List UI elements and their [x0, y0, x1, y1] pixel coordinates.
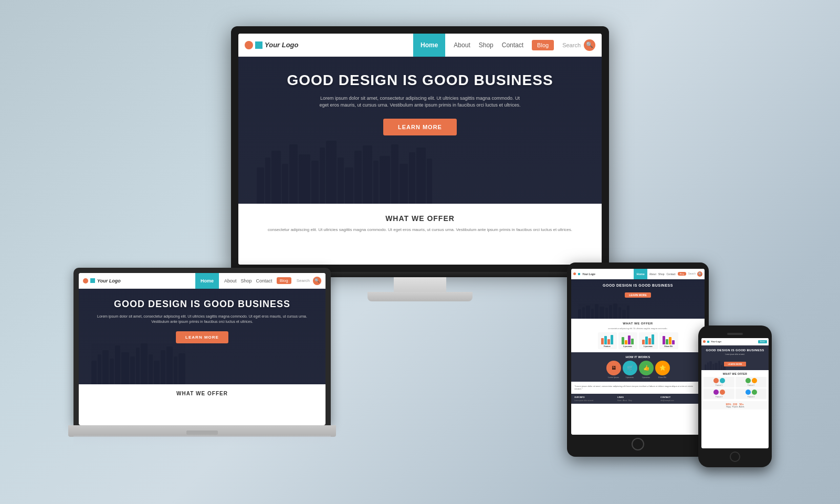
- phone-hero-content: GOOD DESIGN IS GOOD BUSINESS Lorem ipsum…: [704, 349, 766, 367]
- tablet-offer-title: WHAT WE OFFER: [574, 322, 701, 325]
- tablet-content: Your Logo Home About Shop Contact Blog S…: [571, 269, 705, 435]
- phone-home-button[interactable]: [730, 452, 740, 462]
- phone-wwo-grid: Feature 1 Feature 2: [704, 377, 766, 399]
- phone-body: Your Logo Home: [698, 326, 772, 467]
- tablet-logo-text: Your Logo: [582, 272, 595, 276]
- phone-device: Your Logo Home: [698, 326, 772, 467]
- hiw-icon-thumb: 👍: [639, 361, 654, 375]
- footer-col-3-text: info@example.com: [660, 400, 701, 402]
- desktop-stand-base: [368, 292, 472, 301]
- phone-stat-3: 50+ Awards: [739, 403, 744, 408]
- nav-home-link[interactable]: Home: [413, 34, 445, 57]
- nav-shop-link[interactable]: Shop: [479, 41, 494, 49]
- laptop-screen: Your Logo Home About Shop Contact Blog S…: [79, 273, 326, 425]
- phone-circle-orange: [713, 378, 719, 383]
- phone-hero-btn[interactable]: LEARN MORE: [724, 362, 747, 366]
- card-chart-4: [661, 334, 677, 344]
- search-icon[interactable]: 🔍: [584, 39, 595, 51]
- hiw-label-4: Etiam Elit: [655, 376, 670, 379]
- laptop-hero-subtitle: Lorem ipsum dolor sit amet, consectetur …: [97, 314, 307, 325]
- laptop-nav: Your Logo Home About Shop Contact Blog S…: [79, 273, 326, 289]
- phone-wwo: WHAT WE OFFER Feature 1: [701, 370, 769, 401]
- tablet-nav: Your Logo Home About Shop Contact Blog S…: [571, 269, 705, 279]
- phone-circles-4: [737, 390, 765, 395]
- tablet-nav-shop[interactable]: Shop: [658, 272, 665, 276]
- tablet-hero-content: GOOD DESIGN IS GOOD BUSINESS LEARN MORE: [571, 279, 705, 301]
- tablet-logo-circle: [573, 272, 576, 275]
- desktop-hero-subtitle: Lorem ipsum dolor sit amet, consectetur …: [315, 95, 525, 109]
- phone-site-content: Your Logo Home: [701, 338, 769, 448]
- tablet-device: Your Logo Home About Shop Contact Blog S…: [567, 262, 709, 457]
- phone-wwo-item-2: Feature 2: [736, 377, 766, 387]
- logo-circle-icon: [245, 41, 253, 49]
- tablet-offer-card-4: Etiam Elit: [659, 332, 678, 349]
- tablet-screen: Your Logo Home About Shop Contact Blog S…: [571, 269, 705, 435]
- phone-stats: 98% Happy 200 Projects 50+ Awards: [701, 401, 769, 410]
- laptop-nav-about[interactable]: About: [224, 278, 237, 284]
- phone-stat-1: 98% Happy: [726, 403, 731, 408]
- nav-contact-link[interactable]: Contact: [502, 41, 523, 49]
- footer-col-1-text: Lorem ipsum dolor sit amet.: [574, 400, 615, 402]
- footer-col-1-title: OUR INFO: [574, 396, 615, 398]
- tablet-offer: WHAT WE OFFER consectetur adipiscing eli…: [571, 319, 705, 352]
- card-chart-2: [620, 334, 636, 344]
- desktop-nav: Your Logo Home About Shop Contact Blog S…: [238, 34, 602, 57]
- desktop-screen: Your Logo Home About Shop Contact Blog S…: [238, 34, 602, 265]
- desktop-hero-cta-button[interactable]: LEARN MORE: [383, 119, 457, 135]
- laptop-hero-cta[interactable]: LEARN MORE: [176, 331, 228, 343]
- laptop-nav-blog[interactable]: Blog: [277, 277, 291, 284]
- hiw-item-3: 👍 Lipsumas: [639, 361, 654, 379]
- hiw-icons-row: 🖥 Lorem Ipsum 🛒 Lipsumas 👍 Lipsumas: [574, 361, 701, 379]
- phone-speaker: [727, 333, 743, 335]
- tablet-logo-square: [578, 273, 580, 275]
- phone-stat-3-label: Awards: [739, 406, 744, 408]
- tablet-nav-about[interactable]: About: [649, 272, 656, 276]
- phone-circle-green2: [752, 390, 757, 395]
- tablet-search-icon[interactable]: 🔍: [697, 271, 702, 277]
- footer-col-2-text: Home · About · Shop: [617, 400, 658, 402]
- tablet-hero-cta[interactable]: LEARN MORE: [625, 292, 651, 298]
- phone-logo-circle: [703, 340, 706, 343]
- laptop-nav-contact[interactable]: Contact: [256, 278, 272, 284]
- laptop-search[interactable]: Search 🔍: [297, 277, 321, 285]
- tablet-search[interactable]: Search 🔍: [688, 271, 702, 277]
- tablet-buildings: [571, 303, 705, 319]
- tablet-offer-card-3: Lipsumas: [639, 332, 658, 349]
- hiw-label-1: Lorem Ipsum: [606, 376, 621, 379]
- phone-circle-amber: [752, 378, 757, 383]
- phone-circle-purple: [713, 390, 719, 395]
- tablet-how-it-works: HOW IT WORKS 🖥 Lorem Ipsum 🛒 Lipsumas: [571, 352, 705, 382]
- laptop-logo-circle: [83, 278, 88, 284]
- laptop-search-icon[interactable]: 🔍: [313, 277, 321, 285]
- laptop-nav-home[interactable]: Home: [195, 273, 219, 289]
- tablet-offer-card-1: Feature: [598, 332, 617, 349]
- desktop-stand-neck: [394, 277, 446, 292]
- desktop-search[interactable]: Search 🔍: [562, 39, 595, 51]
- phone-hero: GOOD DESIGN IS GOOD BUSINESS Lorem ipsum…: [701, 345, 769, 370]
- laptop-hero-content: GOOD DESIGN IS GOOD BUSINESS Lorem ipsum…: [79, 289, 326, 351]
- desktop-logo: Your Logo: [245, 41, 413, 49]
- phone-logo-text: Your Logo: [711, 340, 757, 343]
- laptop-lid: Your Logo Home About Shop Contact Blog S…: [74, 268, 331, 425]
- nav-about-link[interactable]: About: [454, 41, 470, 49]
- tablet-offer-cards: Feature: [574, 332, 701, 349]
- tablet-nav-contact[interactable]: Contact: [666, 272, 675, 276]
- phone-wwo-item-3: Feature 3: [704, 388, 734, 399]
- desktop-offer: WHAT WE OFFER consectetur adipiscing eli…: [238, 204, 602, 265]
- tablet-home-button[interactable]: [632, 438, 644, 450]
- nav-blog-button[interactable]: Blog: [532, 40, 554, 50]
- desktop-device: Your Logo Home About Shop Contact Blog S…: [231, 26, 609, 301]
- phone-circle-green: [746, 378, 751, 383]
- laptop-nav-links: About Shop Contact Blog: [219, 277, 297, 284]
- tablet-nav-blog[interactable]: Blog: [678, 272, 686, 276]
- tablet-nav-home[interactable]: Home: [634, 269, 647, 279]
- phone-nav-home[interactable]: Home: [758, 340, 767, 343]
- footer-col-1: OUR INFO Lorem ipsum dolor sit amet.: [574, 396, 615, 402]
- laptop-logo-square: [90, 278, 95, 283]
- laptop-nav-shop[interactable]: Shop: [241, 278, 252, 284]
- hiw-icon-cart: 🛒: [623, 361, 637, 375]
- logo-square-icon: [255, 41, 262, 49]
- laptop-logo-text: Your Logo: [97, 278, 121, 284]
- tablet-footer: OUR INFO Lorem ipsum dolor sit amet. LIN…: [571, 394, 705, 404]
- tablet-testimonial: "Lorem ipsum dolor sit amet, consectetur…: [571, 382, 705, 394]
